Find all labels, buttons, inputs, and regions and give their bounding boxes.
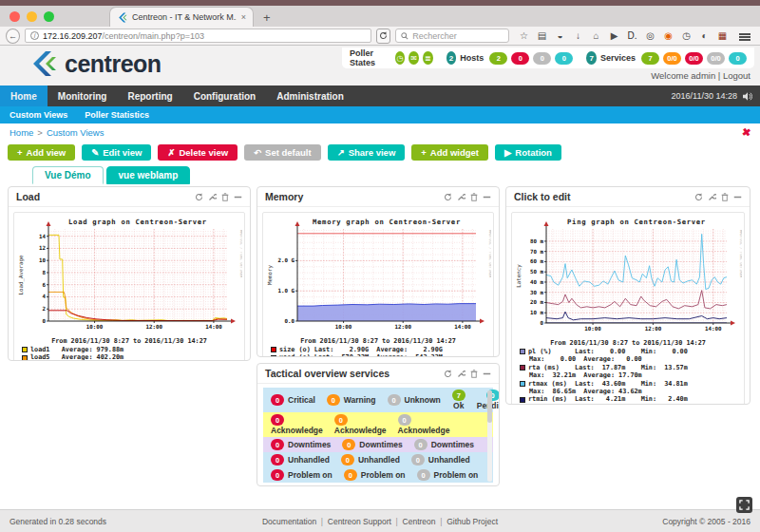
extension-d-icon[interactable]: D. [624, 30, 640, 41]
close-window-button[interactable] [10, 11, 20, 22]
add-view-button[interactable]: +Add view [8, 144, 75, 161]
logout-link[interactable]: Logout [723, 70, 750, 81]
new-tab-button[interactable]: + [254, 10, 282, 27]
trash-icon[interactable] [470, 370, 478, 378]
tactical-item-unknown[interactable]: 0Unknown [388, 394, 441, 406]
reading-list-icon[interactable]: ▤ [534, 30, 550, 41]
fullscreen-icon[interactable] [736, 497, 752, 513]
site-info-icon[interactable]: i [30, 31, 39, 40]
services-status-badge[interactable]: 0/0 [685, 52, 703, 65]
tactical-item-acknowledge[interactable]: 0Acknowledge [271, 414, 323, 435]
wrench-icon[interactable] [457, 193, 466, 201]
rotation-button[interactable]: ▶Rotation [495, 144, 561, 161]
refresh-icon[interactable] [444, 370, 452, 378]
refresh-icon[interactable] [195, 193, 203, 201]
history-clock-icon[interactable]: ◷ [678, 30, 694, 41]
widget-title-click-to-edit[interactable]: Click to edit [514, 191, 571, 202]
collapse-icon[interactable] [234, 193, 242, 201]
poller-activity-icon[interactable]: ✉ [408, 51, 419, 65]
wrench-icon[interactable] [708, 193, 716, 201]
tactical-item-acknowledge[interactable]: 0Acknowledge [398, 414, 450, 435]
breadcrumb-home-link[interactable]: Home [10, 127, 33, 138]
nav-item-reporting[interactable]: Reporting [117, 86, 182, 106]
tactical-item-acknowledge[interactable]: 0Acknowledge [334, 414, 387, 435]
centreon-logo[interactable]: centreon [28, 49, 162, 78]
nav-item-administration[interactable]: Administration [266, 86, 354, 106]
tactical-item-downtimes[interactable]: 0Downtimes [414, 439, 474, 450]
wrench-icon[interactable] [208, 193, 217, 201]
browser-tab[interactable]: Centreon - IT & Network M... × [109, 7, 254, 27]
poller-database-icon[interactable]: ≣ [423, 51, 433, 65]
sound-icon[interactable] [743, 92, 752, 101]
tactical-item-ok[interactable]: 7Ok [452, 390, 466, 410]
downloads-icon[interactable]: ↓ [570, 30, 586, 41]
tactical-item-unhandled[interactable]: 0Unhandled [411, 454, 470, 466]
trash-icon[interactable] [721, 193, 729, 201]
footer-link[interactable]: Documentation [262, 517, 316, 526]
tactical-item-problem-on[interactable]: 0Problem on [417, 469, 479, 481]
footer-link[interactable]: Centreon Support [328, 517, 391, 526]
tactical-item-critical[interactable]: 0Critical [271, 394, 315, 406]
view-tab-1[interactable]: vue weblamp [106, 166, 191, 184]
collapse-icon[interactable] [483, 370, 491, 378]
adblock-icon[interactable]: ◐ [696, 30, 712, 41]
pin-page-icon[interactable]: ✖ [741, 125, 751, 139]
footer-link[interactable]: Github Project [446, 517, 498, 526]
back-icon[interactable]: ← [6, 28, 20, 44]
services-count-badge[interactable]: 7 [586, 51, 597, 65]
tactical-item-unhandled[interactable]: 0Unhandled [341, 454, 400, 466]
set-default-button[interactable]: ↶Set default [244, 144, 321, 161]
rss-icon[interactable]: ◉ [660, 30, 676, 41]
tactical-item-warning[interactable]: 0Warning [327, 394, 376, 406]
trash-icon[interactable] [470, 193, 478, 201]
services-status-badge[interactable]: 0 [729, 52, 747, 65]
subnav-item-custom-views[interactable]: Custom Views [10, 110, 67, 120]
pocket-icon[interactable]: ◒ [552, 30, 568, 41]
reload-icon[interactable] [376, 28, 390, 44]
refresh-icon[interactable] [694, 193, 703, 201]
tactical-item-downtimes[interactable]: 0Downtimes [271, 439, 331, 450]
menu-icon[interactable] [735, 28, 754, 45]
collapse-icon[interactable] [733, 193, 742, 201]
tactical-item-problem-on[interactable]: 0Problem on [271, 469, 332, 481]
add-widget-button[interactable]: +Add widget [411, 144, 488, 161]
services-status-badge[interactable]: 7 [641, 52, 659, 65]
widget-scrollbar[interactable] [487, 390, 492, 482]
tab-close-icon[interactable]: × [241, 12, 246, 22]
nav-item-monitoring[interactable]: Monitoring [48, 86, 118, 106]
info-circle-icon[interactable]: ◎ [642, 30, 658, 41]
search-input[interactable]: Rechercher [395, 28, 509, 43]
trash-icon[interactable] [221, 193, 229, 201]
breadcrumb-current-link[interactable]: Custom Views [47, 127, 104, 138]
refresh-icon[interactable] [444, 193, 452, 201]
edit-view-button[interactable]: ✎Edit view [82, 144, 151, 161]
minimize-window-button[interactable] [27, 11, 37, 22]
poller-latency-icon[interactable]: ◷ [395, 51, 406, 65]
footer-link[interactable]: Centreon [403, 517, 436, 526]
services-status-badge[interactable]: 0/0 [707, 52, 725, 65]
services-status-badge[interactable]: 0/0 [663, 52, 681, 65]
maximize-window-button[interactable] [44, 11, 54, 22]
bookmark-star-icon[interactable]: ☆ [516, 30, 532, 41]
wrench-icon[interactable] [457, 370, 466, 378]
hosts-count-badge[interactable]: 2 [446, 51, 457, 65]
subnav-item-poller-statistics[interactable]: Poller Statistics [85, 110, 149, 120]
send-icon[interactable]: ▶ [606, 30, 622, 41]
share-view-button[interactable]: ↗Share view [328, 144, 406, 161]
hosts-status-badge[interactable]: 2 [489, 52, 507, 65]
view-tab-0[interactable]: Vue Démo [32, 166, 104, 184]
nav-item-configuration[interactable]: Configuration [183, 86, 267, 106]
count-badge: 7 [452, 390, 466, 401]
hosts-status-badge[interactable]: 0 [511, 52, 529, 65]
nav-item-home[interactable]: Home [0, 86, 48, 106]
tactical-item-downtimes[interactable]: 0Downtimes [342, 439, 402, 450]
delete-view-button[interactable]: ✗Delete view [158, 144, 238, 161]
tactical-item-unhandled[interactable]: 0Unhandled [271, 454, 330, 466]
hosts-status-badge[interactable]: 0 [555, 52, 573, 65]
screenshot-grid-icon[interactable]: ▦ [714, 30, 731, 41]
collapse-icon[interactable] [483, 193, 491, 201]
tactical-item-problem-on[interactable]: 0Problem on [344, 469, 406, 481]
hosts-status-badge[interactable]: 0 [533, 52, 551, 65]
url-field[interactable]: i 172.16.209.207/centreon/main.php?p=103 [25, 28, 371, 43]
home-icon[interactable]: ⌂ [588, 30, 604, 41]
